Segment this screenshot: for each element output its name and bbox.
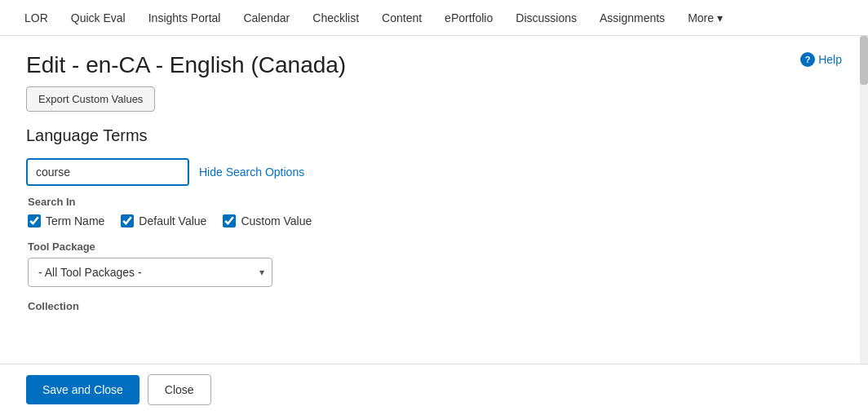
scrollbar-thumb [860, 36, 868, 85]
tool-package-select[interactable]: - All Tool Packages - Package 1 Package … [28, 258, 272, 287]
help-label: Help [818, 53, 842, 66]
nav-item-more[interactable]: More ▾ [676, 0, 734, 36]
term-name-label: Term Name [46, 214, 104, 227]
default-value-label: Default Value [139, 214, 206, 227]
search-input-wrapper [26, 158, 189, 186]
nav-item-insights-portal[interactable]: Insights Portal [137, 0, 232, 36]
nav-item-calendar[interactable]: Calendar [232, 0, 301, 36]
content-body: Export Custom Values Language Terms Hide… [0, 86, 868, 364]
nav-item-content[interactable]: Content [370, 0, 433, 36]
search-in-checkboxes: Term Name Default Value Custom Value [28, 214, 842, 227]
collection-label: Collection [28, 300, 842, 312]
checkbox-custom-value[interactable]: Custom Value [223, 214, 312, 227]
term-name-checkbox[interactable] [28, 214, 41, 227]
help-link[interactable]: ? Help [800, 52, 842, 67]
custom-value-label: Custom Value [241, 214, 312, 227]
search-input[interactable] [28, 160, 187, 184]
nav-item-eportfolio[interactable]: ePortfolio [433, 0, 504, 36]
chevron-down-icon: ▾ [717, 11, 723, 24]
export-custom-values-button[interactable]: Export Custom Values [26, 86, 155, 112]
page-title: Edit - en-CA - English (Canada) [26, 52, 346, 78]
search-options-panel: Search In Term Name Default Value Custom… [28, 196, 842, 312]
hide-search-options-link[interactable]: Hide Search Options [199, 166, 304, 179]
default-value-checkbox[interactable] [121, 214, 134, 227]
tool-package-section: Tool Package - All Tool Packages - Packa… [28, 241, 842, 287]
search-row: Hide Search Options [26, 158, 842, 186]
main-content: Edit - en-CA - English (Canada) ? Help E… [0, 36, 868, 364]
tool-package-label: Tool Package [28, 241, 842, 253]
tool-package-select-wrapper: - All Tool Packages - Package 1 Package … [28, 258, 272, 287]
save-and-close-button[interactable]: Save and Close [26, 375, 140, 404]
footer: Save and Close Close [0, 364, 868, 415]
language-terms-heading: Language Terms [26, 126, 842, 145]
custom-value-checkbox[interactable] [223, 214, 236, 227]
scrollbar[interactable] [860, 36, 868, 364]
checkbox-default-value[interactable]: Default Value [121, 214, 206, 227]
nav-item-lor[interactable]: LOR [13, 0, 60, 36]
nav-item-discussions[interactable]: Discussions [504, 0, 588, 36]
page-header: Edit - en-CA - English (Canada) ? Help [0, 36, 868, 86]
search-in-label: Search In [28, 196, 842, 208]
nav-item-assignments[interactable]: Assignments [588, 0, 676, 36]
help-icon: ? [800, 52, 815, 67]
nav-item-quick-eval[interactable]: Quick Eval [60, 0, 137, 36]
checkbox-term-name[interactable]: Term Name [28, 214, 104, 227]
close-button[interactable]: Close [148, 374, 211, 405]
top-navigation: LOR Quick Eval Insights Portal Calendar … [0, 0, 868, 36]
search-button[interactable] [187, 160, 189, 184]
nav-item-checklist[interactable]: Checklist [301, 0, 370, 36]
